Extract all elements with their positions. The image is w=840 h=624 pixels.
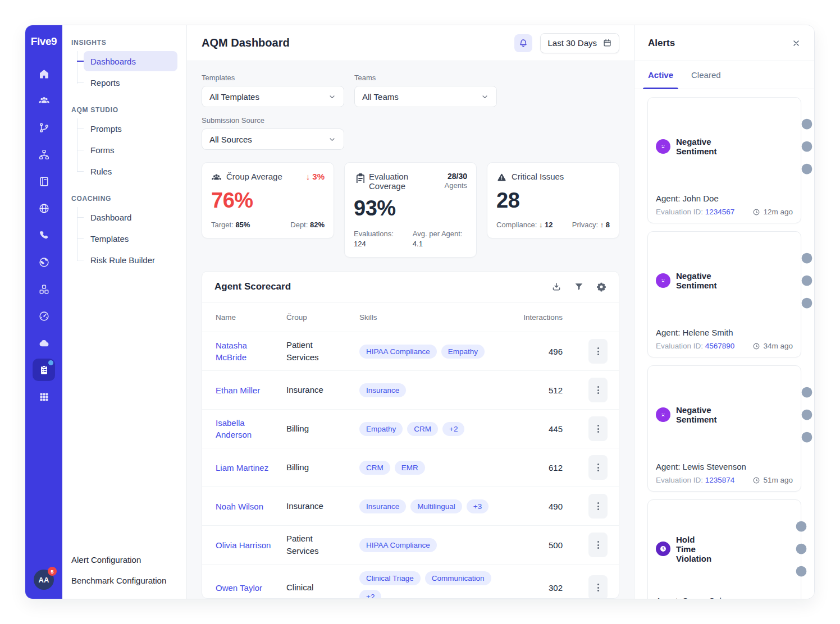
table-row: Olivia HarrisonPatient ServicesHIPAA Com… [202,526,619,565]
agent-name-link[interactable]: Noah Wilson [216,502,263,511]
group-cell: Insurance [286,500,345,512]
kpi-evaluation-coverage: Evaluation Coverage 28/30 Agents 93% Eva… [344,162,477,258]
teams-select[interactable]: All Teams [354,86,497,107]
sidebar-item-dashboards[interactable]: Dashboards [84,51,177,71]
agent-name-link[interactable]: Olivia Harrison [216,540,271,550]
rail-item-grid[interactable] [33,386,55,408]
clock-icon [752,476,760,484]
sidebar-section-title: AQM STUDIO [71,106,177,114]
alert-card[interactable]: Hold Time ViolationAgent: Susan ColemanE… [647,499,801,599]
avatar[interactable]: AA 5 [34,570,54,590]
sad-alert-icon [656,407,670,422]
agent-name-link[interactable]: Natasha McBride [216,341,247,362]
sad-icon [659,276,668,285]
row-menu-button[interactable] [588,416,608,441]
skill-tag: Multilingual [410,499,462,513]
alert-card[interactable]: Negative SentimentAgent: John DoeEvaluat… [647,97,801,223]
phone-icon [38,230,50,241]
sidebar-item-prompts[interactable]: Prompts [84,118,177,139]
eval-id-link[interactable]: 1234567 [705,208,735,216]
sidebar-item-templates[interactable]: Templates [84,228,177,249]
sidebar-item-dashboard[interactable]: Dashboard [84,207,177,227]
kebab-icon [723,238,814,323]
sidebar-item-forms[interactable]: Forms [84,140,177,160]
sidebar-link-benchmark-configuration[interactable]: Benchmark Configuration [71,576,177,585]
agent-name-link[interactable]: Owen Taylor [216,583,262,593]
sidebar-item-reports[interactable]: Reports [84,72,177,93]
interactions-cell: 490 [511,502,563,511]
rail-item-sitemap[interactable] [33,143,55,166]
agent-name-link[interactable]: Liam Martinez [216,463,268,472]
skills-cell: CRMEMR [359,461,496,475]
clock-icon [659,544,668,553]
alert-type: Negative Sentiment [676,405,717,424]
row-menu-button[interactable] [588,575,608,598]
close-button[interactable] [792,39,801,48]
rail-item-globe[interactable] [33,197,55,219]
kebab-icon [723,104,814,189]
rail-item-book[interactable] [33,170,55,192]
five9-logo: Five9 [31,35,57,48]
date-range-button[interactable]: Last 30 Days [540,33,619,53]
sidebar-link-alert-configuration[interactable]: Alert Configuration [71,555,177,565]
kpi-title: Critical Issues [512,172,564,181]
submission-source-select[interactable]: All Sources [202,129,344,150]
tab-cleared[interactable]: Cleared [691,61,721,89]
kebab-icon [597,347,599,355]
skill-tag: HIPAA Compliance [359,538,437,552]
skill-tag: CRM [359,461,390,475]
kpi-compliance: Compliance: ↓ 12 [496,221,553,229]
git-branch-icon [38,122,50,134]
skills-cell: HIPAA Compliance [359,538,496,552]
templates-select-value: All Templates [209,92,259,102]
users-icon [211,172,222,183]
sitemap-icon [38,149,50,160]
alert-card[interactable]: Negative SentimentAgent: Helene SmithEva… [647,231,801,357]
agent-name-link[interactable]: Ethan Miller [216,386,260,395]
settings-icon [596,282,606,292]
chevron-down-icon [328,93,336,101]
group-cell: Patient Services [286,339,345,364]
row-menu-button[interactable] [588,455,608,480]
rail-item-git-branch[interactable] [33,116,55,139]
alert-menu-button[interactable] [723,373,814,457]
sidebar-item-rules[interactable]: Rules [84,161,177,181]
templates-select[interactable]: All Templates [202,86,344,107]
rail-item-home[interactable] [33,62,55,85]
scorecard-toolbar [551,282,606,292]
filter-button[interactable] [574,282,584,292]
skills-cell: InsuranceMultilingual+3 [359,499,496,513]
app-window: Five9 AA 5 INSIGHTSDashboardsReportsAQM … [25,25,815,599]
download-button[interactable] [551,282,561,292]
rail-item-clipboard[interactable] [33,359,55,381]
eval-id-link[interactable]: 4567890 [705,342,735,350]
rail-item-cubes[interactable] [33,278,55,300]
alert-menu-button[interactable] [723,238,814,323]
alert-menu-button[interactable] [723,104,814,189]
rail-item-gauge[interactable] [33,305,55,327]
sidebar-footer: Alert ConfigurationBenchmark Configurati… [71,555,177,585]
kebab-icon [723,373,814,457]
table-row: Isabella AndersonBillingEmpathyCRM+2445 [202,410,619,448]
settings-button[interactable] [596,282,606,292]
row-menu-button[interactable] [588,378,608,402]
rail-item-phone[interactable] [33,224,55,246]
alert-time: 51m ago [752,476,793,484]
row-menu-button[interactable] [588,339,608,364]
sidebar-item-risk-rule-builder[interactable]: Risk Rule Builder [84,250,177,270]
alert-menu-button[interactable] [717,507,814,591]
rail-item-users[interactable] [33,89,55,112]
alert-card[interactable]: Negative SentimentAgent: Lewis Stevenson… [647,365,801,492]
warning-icon [496,172,507,183]
rail-item-earth[interactable] [33,251,55,273]
sidebar-section-title: COACHING [71,195,177,203]
row-menu-button[interactable] [588,533,608,557]
notifications-button[interactable] [514,34,532,52]
agent-name-link[interactable]: Isabella Anderson [216,418,252,439]
row-menu-button[interactable] [588,494,608,519]
rail-item-cloud[interactable] [33,332,55,354]
alerts-panel: Alerts Active Cleared Negative Sentiment… [634,25,814,599]
alert-type: Negative Sentiment [676,137,717,156]
eval-id-link[interactable]: 1235874 [705,476,735,484]
tab-active[interactable]: Active [648,61,673,89]
